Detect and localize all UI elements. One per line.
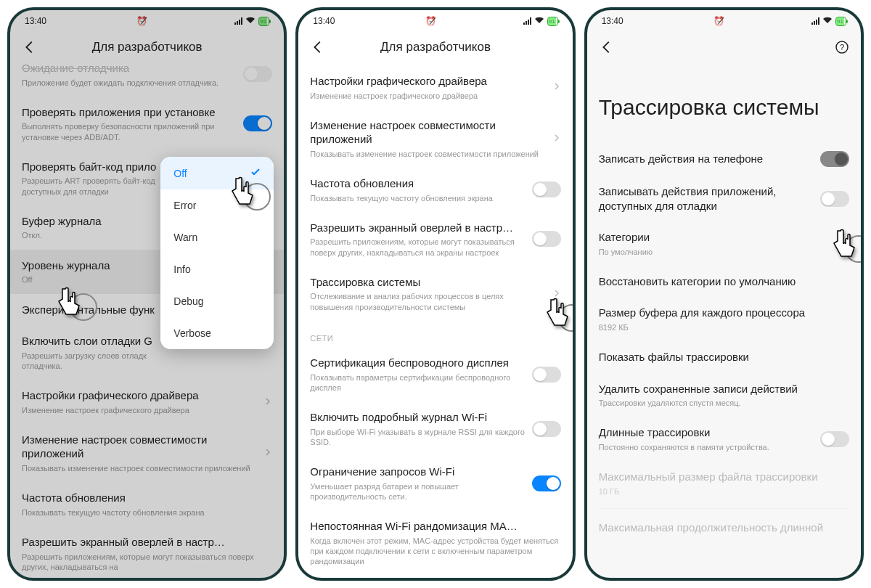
toggle-overlay[interactable] xyxy=(532,231,561,247)
alarm-off-icon: ⏰̸ xyxy=(425,16,436,26)
wifi-icon xyxy=(822,16,833,26)
row-compat-settings[interactable]: Изменение настроек совместимости приложе… xyxy=(310,110,560,168)
popup-option-warn[interactable]: Warn xyxy=(160,221,274,253)
toggle-long-traces[interactable] xyxy=(820,431,849,447)
row-record-phone[interactable]: Записать действия на телефоне xyxy=(599,142,849,176)
page-title: Трассировка системы xyxy=(599,65,849,142)
log-level-popup: Off Error Warn Info Debug Verbose xyxy=(160,157,274,349)
row-long-traces[interactable]: Длинные трассировки Постоянно сохраняютс… xyxy=(599,417,849,461)
status-time: 13:40 xyxy=(313,16,335,26)
row-record-apps[interactable]: Записывать действия приложений, доступны… xyxy=(599,176,849,221)
row-graphics-driver[interactable]: Настройки графического драйвера Изменени… xyxy=(22,380,272,424)
signal-icon xyxy=(811,17,819,25)
phone-3: 13:40 ⏰̸ 91 ? Трассировка системы Записа… xyxy=(584,7,864,581)
back-icon[interactable] xyxy=(22,39,38,55)
toggle-refresh-rate[interactable] xyxy=(532,181,561,197)
wifi-icon xyxy=(245,16,255,26)
battery-icon: 91 xyxy=(547,17,558,26)
phone-2: 13:40 ⏰̸ 91 Для разработчиков Настройки … xyxy=(295,7,575,581)
chevron-right-icon xyxy=(552,132,561,145)
row-overlay[interactable]: Разрешить экранный оверлей в настр… Разр… xyxy=(22,526,272,578)
signal-icon xyxy=(523,17,531,25)
row-wifi-verbose[interactable]: Включить подробный журнал Wi-Fi При выбо… xyxy=(310,401,560,456)
toggle-wifi-verbose[interactable] xyxy=(532,421,561,437)
alarm-off-icon: ⏰̸ xyxy=(136,16,147,26)
svg-text:?: ? xyxy=(840,43,844,52)
divider xyxy=(599,508,849,509)
popup-option-info[interactable]: Info xyxy=(160,253,274,285)
battery-icon: 91 xyxy=(835,17,846,26)
row-verify-apps[interactable]: Проверять приложения при установке Выпол… xyxy=(22,97,272,151)
row-restore-categories[interactable]: Восстановить категории по умолчанию xyxy=(599,266,849,298)
wifi-icon xyxy=(534,16,544,26)
back-icon[interactable] xyxy=(310,39,326,55)
status-bar: 13:40 ⏰̸ 91 xyxy=(587,10,861,32)
toggle-record-apps[interactable] xyxy=(820,191,849,207)
alarm-off-icon: ⏰̸ xyxy=(713,16,724,26)
chevron-right-icon xyxy=(263,446,272,460)
back-icon[interactable] xyxy=(599,39,615,55)
toggle-wireless-cert[interactable] xyxy=(532,367,561,383)
battery-icon: 91 xyxy=(258,17,269,26)
row-wireless-cert[interactable]: Сертификация беспроводного дисплея Показ… xyxy=(310,347,560,401)
signal-icon xyxy=(234,17,242,25)
toggle-wifi-throttle[interactable] xyxy=(532,475,561,491)
chevron-right-icon xyxy=(552,81,561,94)
status-time: 13:40 xyxy=(602,16,623,26)
status-bar: 13:40 ⏰̸ 91 xyxy=(10,10,284,32)
check-icon xyxy=(250,167,261,179)
row-wait-debugger[interactable]: Ожидание отладчика Приложение будет ожид… xyxy=(22,61,272,97)
row-delete-traces[interactable]: Удалить сохраненные записи действий Трас… xyxy=(599,373,849,417)
title-bar: Для разработчиков xyxy=(298,32,572,65)
row-overlay[interactable]: Разрешить экранный оверлей в настр… Разр… xyxy=(310,212,560,266)
row-refresh-rate[interactable]: Частота обновления Показывать текущую ча… xyxy=(310,168,560,212)
popup-option-debug[interactable]: Debug xyxy=(160,285,274,317)
row-max-file-size[interactable]: Максимальный размер файла трассировки 10… xyxy=(599,461,849,505)
chevron-right-icon xyxy=(263,396,272,409)
status-bar: 13:40 ⏰̸ 91 xyxy=(298,10,572,32)
popup-option-verbose[interactable]: Verbose xyxy=(160,317,274,349)
row-buffer-size[interactable]: Размер буфера для каждого процессора 819… xyxy=(599,297,849,341)
page-title: Для разработчиков xyxy=(10,40,284,54)
row-system-trace[interactable]: Трассировка системы Отслеживание и анали… xyxy=(310,266,560,321)
section-label-network: СЕТИ xyxy=(310,321,560,347)
row-compat-settings[interactable]: Изменение настроек совместимости приложе… xyxy=(22,424,272,482)
row-wifi-mac-random[interactable]: Непостоянная Wi-Fi рандомизация MA… Когд… xyxy=(310,510,560,575)
row-graphics-driver[interactable]: Настройки графического драйвера Изменени… xyxy=(310,65,560,110)
row-wifi-throttle[interactable]: Ограничение запросов Wi-Fi Уменьшает раз… xyxy=(310,456,560,510)
toggle-verify-apps[interactable] xyxy=(243,115,272,131)
page-title: Для разработчиков xyxy=(298,40,572,54)
help-icon[interactable]: ? xyxy=(835,40,849,54)
phone-1: 13:40 ⏰̸ 91 Для разработчиков Ожидание о… xyxy=(7,7,287,581)
row-refresh-rate[interactable]: Частота обновления Показывать текущую ча… xyxy=(22,482,272,526)
row-max-duration[interactable]: Максимальная продолжительность длинной xyxy=(599,512,849,535)
row-categories[interactable]: Категории По умолчанию xyxy=(599,221,849,266)
popup-option-error[interactable]: Error xyxy=(160,189,274,221)
title-bar: ? xyxy=(587,32,861,65)
toggle-wait-debugger xyxy=(243,66,272,82)
status-time: 13:40 xyxy=(25,16,46,26)
toggle-record-phone[interactable] xyxy=(820,151,849,167)
chevron-right-icon xyxy=(552,287,561,301)
popup-option-off[interactable]: Off xyxy=(160,157,274,189)
row-show-traces[interactable]: Показать файлы трассировки xyxy=(599,341,849,373)
